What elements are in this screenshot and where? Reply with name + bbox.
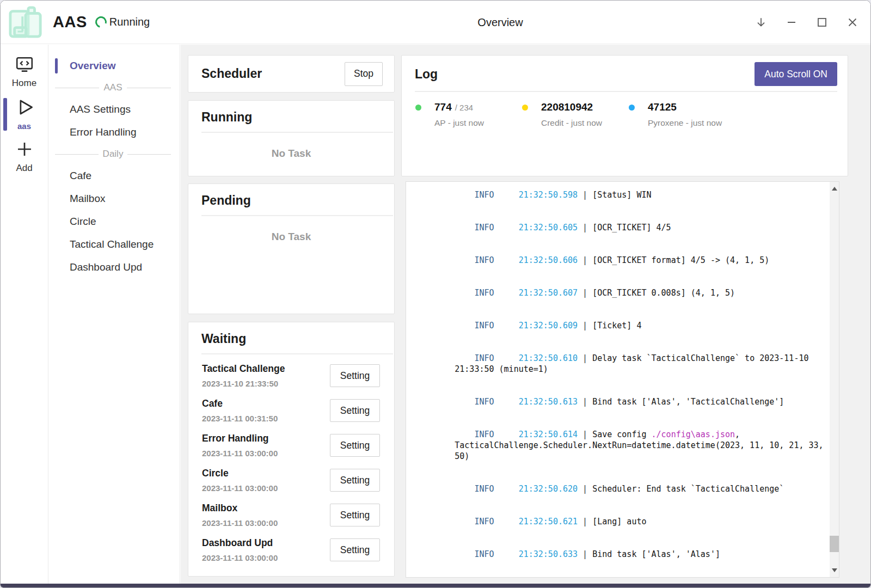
log-line: INFO 21:32:50.621 | [Lang] auto <box>410 505 826 538</box>
nav-item-label: Error Handling <box>70 126 137 138</box>
close-icon[interactable] <box>845 15 860 29</box>
log-line: INFO 21:32:50.606 | [OCR_TICKET format] … <box>410 244 826 277</box>
log-level: INFO <box>474 549 518 559</box>
rail-item-add[interactable]: Add <box>1 135 48 177</box>
active-indicator-bar <box>55 58 58 74</box>
app-window: AAS Running Overview Home aas Add <box>0 0 871 588</box>
task-setting-button[interactable]: Setting <box>330 364 380 387</box>
nav-item-label: Dashboard Upd <box>70 261 142 273</box>
log-scrollbar[interactable] <box>830 182 839 577</box>
waiting-task-row: Error Handling 2023-11-11 03:00:00 Setti… <box>202 433 380 458</box>
log-time: 21:32:50.633 <box>519 549 578 559</box>
stat-value: 220810942 <box>541 101 593 113</box>
task-name: Error Handling <box>202 433 278 444</box>
scroll-down-icon[interactable] <box>832 568 837 572</box>
task-setting-button[interactable]: Setting <box>330 399 380 422</box>
stat-dot-icon <box>415 105 421 111</box>
nav-section-divider: AAS <box>49 77 180 98</box>
app-name: AAS <box>53 13 87 31</box>
auto-scroll-button[interactable]: Auto Scroll ON <box>755 62 837 86</box>
waiting-card: Waiting Tactical Challenge 2023-11-10 21… <box>188 322 395 577</box>
log-line: INFO 21:32:50.613 | Bind task ['Alas', '… <box>410 385 826 418</box>
waiting-task-list: Tactical Challenge 2023-11-10 21:33:50 S… <box>188 354 394 562</box>
nav-section-divider: Daily <box>49 144 180 164</box>
nav-item-error-handling[interactable]: Error Handling <box>49 121 180 144</box>
log-level: INFO <box>474 223 518 232</box>
nav-item-label: Circle <box>70 216 96 228</box>
rail-item-home[interactable]: Home <box>1 50 48 93</box>
log-message: [Ticket] 4 <box>592 321 641 330</box>
task-setting-button[interactable]: Setting <box>330 434 380 457</box>
nav-item-mailbox[interactable]: Mailbox <box>49 187 180 210</box>
nav-item-aas-settings[interactable]: AAS Settings <box>49 98 180 121</box>
log-line: INFO 21:32:50.607 | [OCR_TICKET 0.008s] … <box>410 277 826 309</box>
stat-dot-icon <box>629 105 635 111</box>
log-time: 21:32:50.607 <box>519 288 578 298</box>
log-line: INFO 21:32:50.634 | No task pending <box>410 571 826 572</box>
nav-section-label: AAS <box>103 82 122 93</box>
stat-dot-icon <box>522 105 528 111</box>
log-time: 21:32:50.606 <box>519 255 578 265</box>
nav-item-label: Cafe <box>70 170 91 182</box>
stat-label: Credit - just now <box>541 118 629 128</box>
scheduler-card: Scheduler Stop <box>188 55 395 93</box>
stat-label: Pyroxene - just now <box>648 118 735 128</box>
pending-title: Pending <box>201 193 381 208</box>
log-line: INFO 21:32:50.610 | Delay task `Tactical… <box>410 342 826 385</box>
waiting-task-row: Mailbox 2023-11-11 03:00:00 Setting <box>202 503 380 528</box>
nav-item-tactical-challenge[interactable]: Tactical Challenge <box>49 233 180 256</box>
log-message: [Status] WIN <box>592 190 651 200</box>
rail-item-label: Home <box>12 78 36 89</box>
log-line: INFO 21:32:50.605 | [OCR_TICKET] 4/5 <box>410 211 826 244</box>
log-line: INFO 21:32:50.598 | [Status] WIN <box>410 181 826 211</box>
log-card: Log Auto Scroll ON 774 / 234 AP - just n… <box>401 55 848 176</box>
nav-item-label: AAS Settings <box>70 103 131 115</box>
nav-item-circle[interactable]: Circle <box>49 210 180 233</box>
task-setting-button[interactable]: Setting <box>330 538 380 561</box>
resource-stats: 774 / 234 AP - just now 220810942 Credit… <box>402 92 848 128</box>
waiting-task-row: Circle 2023-11-11 03:00:00 Setting <box>202 468 380 493</box>
stat-value: 774 <box>434 101 452 113</box>
scrollbar-thumb[interactable] <box>830 536 839 552</box>
log-message: Scheduler: End task `TacticalChallenge` <box>592 484 784 494</box>
log-line: INFO 21:32:50.609 | [Ticket] 4 <box>410 309 826 342</box>
log-line: INFO 21:32:50.620 | Scheduler: End task … <box>410 473 826 505</box>
log-level: INFO <box>474 397 518 407</box>
log-time: 21:32:50.609 <box>519 321 578 330</box>
minimize-icon[interactable] <box>784 15 799 29</box>
log-title: Log <box>415 67 438 82</box>
log-message: [Lang] auto <box>592 517 646 526</box>
task-name: Mailbox <box>202 503 278 514</box>
stat-value: 47125 <box>648 101 677 113</box>
code-monitor-icon <box>15 54 34 76</box>
task-setting-button[interactable]: Setting <box>330 469 380 492</box>
log-panel[interactable]: INFO 21:32:50.598 | [Status] WIN INFO 21… <box>406 181 839 578</box>
nav-menu: Overview AAS AAS Settings Error Handling… <box>49 45 180 584</box>
stop-button[interactable]: Stop <box>345 62 383 86</box>
download-icon[interactable] <box>754 15 768 29</box>
task-next-run-time: 2023-11-11 00:31:50 <box>202 414 278 423</box>
log-line: INFO 21:32:50.614 | Save config ./config… <box>410 418 826 473</box>
nav-item-dashboard-upd[interactable]: Dashboard Upd <box>49 256 180 279</box>
log-time: 21:32:50.620 <box>519 484 578 494</box>
play-icon <box>14 97 35 120</box>
log-time: 21:32:50.613 <box>519 397 578 407</box>
task-next-run-time: 2023-11-11 03:00:00 <box>202 483 278 493</box>
waiting-title: Waiting <box>201 332 381 346</box>
resource-stat: 774 / 234 AP - just now <box>415 101 522 128</box>
nav-item-cafe[interactable]: Cafe <box>49 164 180 187</box>
nav-item-overview[interactable]: Overview <box>49 54 180 77</box>
rail-item-aas[interactable]: aas <box>1 93 48 135</box>
log-level: INFO <box>474 484 518 494</box>
scroll-up-icon[interactable] <box>832 187 837 191</box>
task-next-run-time: 2023-11-11 03:00:00 <box>202 518 278 528</box>
icon-rail: Home aas Add <box>1 45 48 584</box>
log-message: [OCR_TICKET format] 4/5 -> (4, 1, 5) <box>592 255 769 265</box>
maximize-icon[interactable] <box>815 15 829 29</box>
stat-suffix: / 234 <box>455 103 473 112</box>
log-lines: INFO 21:32:50.598 | [Status] WIN INFO 21… <box>410 181 830 572</box>
log-line: INFO 21:32:50.633 | Bind task ['Alas', '… <box>410 538 826 571</box>
log-level: INFO <box>474 321 518 330</box>
titlebar: AAS Running Overview <box>1 1 870 44</box>
task-setting-button[interactable]: Setting <box>330 504 380 526</box>
